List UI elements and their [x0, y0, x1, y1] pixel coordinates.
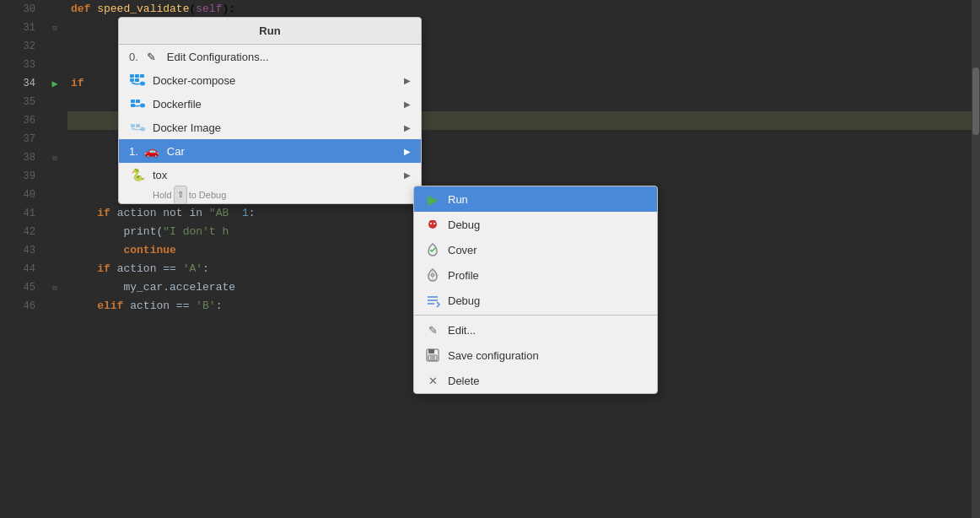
docker-image-icon: [129, 119, 146, 136]
profile-label: Profile: [448, 269, 647, 282]
edit-configs-label: Edit Configurations...: [167, 51, 411, 63]
svg-point-15: [430, 223, 432, 224]
delete-x-icon: ✕: [424, 372, 441, 389]
svg-point-9: [140, 104, 145, 108]
item-number-1: 1.: [129, 145, 138, 158]
run-icon[interactable]: ▶: [51, 78, 57, 90]
svg-point-5: [140, 82, 145, 86]
edit-icon: ✎: [143, 48, 160, 65]
arrow-icon-4: ▶: [404, 147, 411, 156]
svg-rect-6: [131, 100, 135, 103]
submenu-item-profile[interactable]: Profile: [414, 262, 657, 288]
arrow-icon-5: ▶: [404, 170, 411, 180]
submenu-item-debug[interactable]: Debug: [414, 212, 657, 237]
menu-item-car[interactable]: 1. 🚗 Car ▶: [119, 139, 421, 163]
tox-debug-hint: Hold ⇧ to Debug: [119, 186, 421, 203]
item-number-0: 0.: [129, 51, 138, 63]
submenu-item-save-config[interactable]: Save configuration: [414, 343, 657, 368]
svg-rect-26: [430, 356, 435, 359]
debug2-label: Debug: [448, 294, 647, 307]
run-label: Run: [448, 193, 647, 206]
submenu-item-delete[interactable]: ✕ Delete: [414, 368, 657, 393]
scrollbar[interactable]: [972, 0, 980, 518]
code-line-30: def speed_validate(self):: [67, 0, 980, 19]
menu-item-tox[interactable]: 🐍 tox ▶: [119, 163, 421, 186]
tox-icon: 🐍: [129, 166, 146, 183]
edit-label: Edit...: [448, 324, 647, 337]
fold-icon-2: ⊟: [52, 154, 57, 163]
svg-point-12: [140, 127, 145, 132]
tox-label: tox: [153, 169, 404, 181]
svg-rect-3: [130, 78, 134, 82]
menu-item-docker-image[interactable]: Docker Image ▶: [119, 116, 421, 139]
submenu-item-cover[interactable]: Cover: [414, 237, 657, 262]
line-numbers: 30 31 32 33 34 35 36 37 38 39 40 41 42 4…: [0, 0, 42, 518]
cover-label: Cover: [448, 244, 647, 256]
run-play-icon: ▶: [424, 191, 441, 208]
edit-pencil-icon: ✎: [424, 321, 441, 338]
fold-icon: ⊟: [52, 24, 57, 33]
submenu-separator-1: [414, 315, 657, 316]
debug-list-icon: [424, 292, 441, 309]
submenu-item-run[interactable]: ▶ Run: [414, 186, 657, 212]
shift-key-icon: ⇧: [174, 186, 187, 204]
save-disk-icon: [424, 347, 441, 364]
car-sub-menu[interactable]: ▶ Run Debug: [413, 186, 658, 394]
car-label: Car: [167, 145, 404, 158]
gutter: ⊟ ▶ ⊟ ⊟: [42, 0, 67, 518]
svg-rect-7: [136, 100, 140, 103]
dockerfile-label: Dockerfile: [153, 98, 404, 111]
svg-rect-11: [136, 124, 140, 127]
svg-rect-0: [130, 74, 134, 78]
menu-item-edit-configs[interactable]: 0. ✎ Edit Configurations...: [119, 45, 421, 68]
svg-rect-10: [131, 124, 135, 127]
run-menu[interactable]: Run 0. ✎ Edit Configurations... Docker-c: [118, 17, 422, 204]
svg-rect-2: [140, 74, 144, 78]
submenu-item-debug2[interactable]: Debug: [414, 288, 657, 313]
fold-icon-3: ⊟: [52, 283, 57, 293]
arrow-icon-2: ▶: [404, 100, 411, 109]
svg-point-16: [433, 223, 435, 224]
menu-item-docker-compose[interactable]: Docker-compose ▶: [119, 68, 421, 92]
arrow-icon: ▶: [404, 76, 411, 85]
submenu-item-edit[interactable]: ✎ Edit...: [414, 317, 657, 343]
debug-label: Debug: [448, 219, 647, 231]
docker-compose-label: Docker-compose: [153, 74, 404, 87]
svg-rect-4: [135, 78, 139, 82]
cover-icon: [424, 241, 441, 258]
delete-label: Delete: [448, 375, 647, 387]
arrow-icon-3: ▶: [404, 123, 411, 132]
svg-rect-1: [135, 74, 139, 78]
save-config-label: Save configuration: [448, 349, 647, 362]
scrollbar-thumb[interactable]: [972, 67, 979, 135]
debug-bug-icon: [424, 216, 441, 233]
menu-item-dockerfile[interactable]: Dockerfile ▶: [119, 92, 421, 116]
run-menu-title: Run: [119, 18, 421, 45]
docker-image-label: Docker Image: [153, 121, 404, 134]
car-icon: 🚗: [143, 143, 160, 159]
dockerfile-icon: [129, 95, 146, 112]
profile-icon: [424, 267, 441, 283]
svg-rect-24: [428, 349, 434, 353]
docker-compose-icon: [129, 72, 146, 89]
